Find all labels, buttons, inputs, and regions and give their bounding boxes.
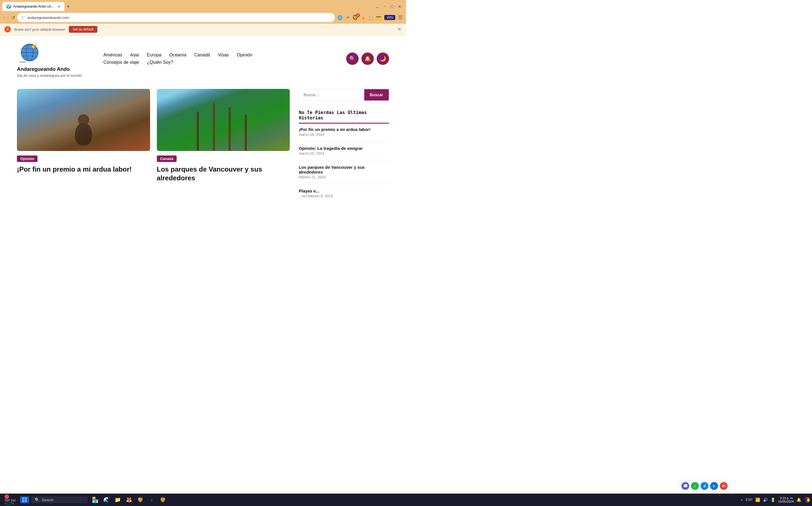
translate-icon[interactable]: 🌐: [337, 15, 343, 20]
sidebar: Buscar No Te Pierdas Las Últimas Histori…: [299, 89, 389, 207]
sidebar-post-4-title: Playas e...: [299, 188, 389, 193]
nav-canada[interactable]: Canadá: [194, 53, 210, 58]
post-2-title[interactable]: Los parques de Vancouver y sus alrededor…: [157, 165, 290, 182]
logo-area: ANDO Andaregueando Ando Sal de casa y an…: [17, 40, 82, 78]
wallet-icon[interactable]: 💳: [376, 15, 381, 20]
reload-button[interactable]: ↺: [11, 15, 15, 20]
bell-action-button[interactable]: 🔔: [361, 53, 374, 65]
toolbar-icons: 🌐 ↗ 🦁 4 ▲ ⬚ 💳 VPN ☰: [337, 14, 402, 21]
site-subtitle: Sal de casa y andareguea por el mundo: [17, 73, 82, 78]
active-tab[interactable]: 🌍 Andaregueando Ando Un blog ... ✕: [2, 2, 64, 11]
nav-americas[interactable]: Américas: [103, 53, 122, 58]
post-2-tag[interactable]: Canadá: [157, 156, 177, 162]
brave-logo-small: B: [4, 26, 11, 32]
tab-close-icon[interactable]: ✕: [57, 4, 60, 9]
sidebar-search-button[interactable]: Buscar: [364, 89, 389, 100]
tab-bar: 🌍 Andaregueando Ando Un blog ... ✕ + ⌄ −…: [0, 0, 406, 11]
sidebar-post-3-date: febrero 21, 2024: [299, 175, 389, 179]
sidebar-post-1-date: marzo 29, 2024: [299, 132, 389, 137]
sidebar-post-2-title: Opinión: La tragedia de emigrar: [299, 146, 389, 151]
tab-title: Andaregueando Ando Un blog ...: [13, 4, 55, 8]
sidebar-post-3[interactable]: Los parques de Vancouver y sus alrededor…: [299, 165, 389, 184]
nav-opinion[interactable]: Opinión: [237, 53, 252, 58]
logo-image[interactable]: ANDO: [17, 40, 42, 65]
post-2-image[interactable]: [157, 89, 290, 151]
site-header: ANDO Andaregueando Ando Sal de casa y an…: [0, 35, 406, 82]
sidebar-section-title: No Te Pierdas Las Últimas Historias: [299, 110, 389, 123]
brave-shield-icon[interactable]: 🦁 4: [352, 14, 358, 21]
category-breadcrumb: [0, 82, 406, 84]
new-tab-button[interactable]: +: [66, 2, 71, 11]
brave-rewards-icon[interactable]: ▲: [361, 15, 366, 21]
nav-visas[interactable]: Visas: [218, 53, 229, 58]
back-button[interactable]: ‹: [3, 15, 5, 21]
sidebar-search-box: Buscar: [299, 89, 389, 101]
maximize-button[interactable]: □: [390, 4, 393, 9]
sidebar-post-2-date: marzo 15, 2024: [299, 151, 389, 156]
security-icon: 🛡: [21, 15, 25, 20]
minimize-button[interactable]: −: [383, 4, 386, 9]
sidebar-post-2[interactable]: Opinión: La tragedia de emigrar marzo 15…: [299, 146, 389, 160]
close-button[interactable]: ✕: [398, 4, 401, 9]
website-content: ANDO Andaregueando Ando Sal de casa y an…: [0, 35, 406, 216]
header-actions: 🔍 🔔 🌙: [346, 53, 389, 65]
nav-row-1: Américas Asia Europa Oceanía Canadá Visa…: [103, 53, 342, 58]
sidebar-search-input[interactable]: [299, 89, 364, 100]
chevron-down-icon[interactable]: ⌄: [375, 4, 379, 9]
tab-favicon: 🌍: [6, 4, 11, 9]
post-1-tag[interactable]: Opinión: [17, 156, 37, 162]
post-1-image[interactable]: [17, 89, 150, 151]
site-title[interactable]: Andaregueando Ando: [17, 66, 82, 72]
nav-quien-soy[interactable]: ¿Quién Soy?: [147, 60, 173, 65]
nav-oceania[interactable]: Oceanía: [169, 53, 186, 58]
nav-area: Américas Asia Europa Oceanía Canadá Visa…: [87, 53, 342, 65]
close-notification-icon[interactable]: ✕: [397, 26, 401, 32]
svg-line-6: [34, 44, 37, 46]
window-controls: ⌄ − □ ✕: [375, 4, 404, 9]
sidebar-post-3-title: Los parques de Vancouver y sus alrededor…: [299, 165, 389, 174]
post-card-1: Opinión ¡Por fin un premio a mi ardua la…: [17, 89, 150, 207]
sidebar-latest-section: No Te Pierdas Las Últimas Historias ¡Por…: [299, 110, 389, 202]
forward-button[interactable]: ›: [7, 15, 9, 21]
share-icon[interactable]: ↗: [346, 15, 349, 20]
notification-bar: B Brave isn't your default browser Set a…: [0, 24, 406, 35]
set-default-button[interactable]: Set as default: [69, 26, 97, 33]
svg-text:ANDO: ANDO: [19, 61, 26, 64]
search-action-button[interactable]: 🔍: [346, 53, 359, 65]
split-view-icon[interactable]: ⬚: [369, 15, 373, 20]
sidebar-post-4[interactable]: Playas e... ...res febrero 8, 2024: [299, 188, 389, 202]
sidebar-post-1-title: ¡Por fin un premio a mi ardua labor!: [299, 127, 389, 132]
dark-mode-button[interactable]: 🌙: [377, 53, 389, 65]
sidebar-post-4-date: ...res febrero 8, 2024: [299, 194, 389, 198]
posts-area: Opinión ¡Por fin un premio a mi ardua la…: [17, 89, 290, 207]
menu-icon[interactable]: ☰: [398, 14, 402, 21]
vpn-button[interactable]: VPN: [384, 15, 395, 20]
nav-row-2: Consejos de viaje ¿Quién Soy?: [103, 60, 342, 65]
main-content: Opinión ¡Por fin un premio a mi ardua la…: [0, 84, 406, 216]
address-text: andaregueandoando.com: [27, 15, 331, 20]
logo-svg: ANDO: [17, 40, 42, 65]
sidebar-post-1[interactable]: ¡Por fin un premio a mi ardua labor! mar…: [299, 127, 389, 141]
nav-asia[interactable]: Asia: [130, 53, 139, 58]
address-bar-row: ‹ › ↺ 🛡 andaregueandoando.com 🌐 ↗ 🦁 4 ▲ …: [0, 11, 406, 24]
notification-text: Brave isn't your default browser: [14, 27, 66, 31]
post-1-title[interactable]: ¡Por fin un premio a mi ardua labor!: [17, 165, 150, 174]
browser-chrome: 🌍 Andaregueando Ando Un blog ... ✕ + ⌄ −…: [0, 0, 406, 35]
post-card-2: Canadá Los parques de Vancouver y sus al…: [157, 89, 290, 207]
nav-consejos[interactable]: Consejos de viaje: [103, 60, 139, 65]
nav-europa[interactable]: Europa: [147, 53, 161, 58]
address-bar[interactable]: 🛡 andaregueandoando.com: [17, 13, 335, 22]
